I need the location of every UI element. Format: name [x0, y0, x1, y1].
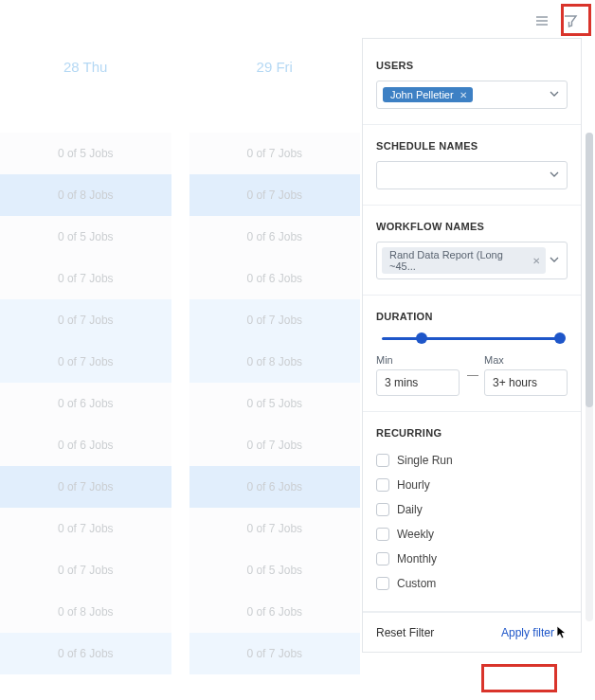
recurring-option[interactable]: Single Run [376, 448, 568, 473]
workflow-select[interactable]: Rand Data Report (Long ~45... ✕ [376, 242, 568, 279]
list-view-icon[interactable] [531, 9, 553, 32]
recurring-option-label: Daily [397, 503, 423, 516]
recurring-option-label: Single Run [397, 454, 453, 467]
recurring-option-label: Monthly [397, 552, 437, 565]
page-scrollbar-thumb[interactable] [586, 133, 593, 407]
slider-thumb-min[interactable] [416, 332, 427, 344]
filter-panel-body[interactable]: USERS John Pelletier ✕ SCHEDULE NAMES WO… [363, 39, 581, 612]
filter-panel: USERS John Pelletier ✕ SCHEDULE NAMES WO… [362, 38, 582, 653]
chevron-down-icon [550, 254, 559, 267]
users-select[interactable]: John Pelletier ✕ [376, 81, 568, 109]
checkbox[interactable] [376, 454, 389, 467]
duration-min-input[interactable]: 3 mins [376, 369, 460, 396]
workflow-chip-label: Rand Data Report (Long ~45... [389, 249, 527, 272]
user-chip[interactable]: John Pelletier ✕ [383, 87, 473, 102]
checkbox[interactable] [376, 503, 389, 516]
recurring-label: RECURRING [376, 427, 568, 439]
recurring-option[interactable]: Custom [376, 571, 568, 596]
reset-filter-button[interactable]: Reset Filter [376, 626, 434, 639]
duration-dash: — [467, 368, 477, 382]
cursor-icon [556, 625, 568, 640]
checkbox[interactable] [376, 577, 389, 590]
duration-max-input[interactable]: 3+ hours [484, 369, 568, 396]
page-scrollbar[interactable] [586, 133, 593, 621]
checkbox[interactable] [376, 552, 389, 565]
close-icon[interactable]: ✕ [460, 90, 467, 100]
filter-panel-footer: Reset Filter Apply filter [363, 612, 581, 652]
recurring-option-label: Weekly [397, 528, 434, 541]
checkbox[interactable] [376, 478, 389, 492]
duration-min-label: Min [376, 354, 460, 366]
chevron-down-icon [550, 169, 559, 182]
recurring-option[interactable]: Monthly [376, 547, 568, 571]
close-icon[interactable]: ✕ [532, 256, 540, 266]
workflow-label: WORKFLOW NAMES [376, 221, 568, 232]
duration-label: DURATION [376, 311, 568, 322]
slider-thumb-max[interactable] [554, 332, 566, 344]
filter-icon[interactable] [559, 9, 582, 32]
duration-max-label: Max [484, 354, 568, 366]
users-label: USERS [376, 60, 568, 71]
checkbox[interactable] [376, 528, 389, 541]
recurring-option[interactable]: Daily [376, 497, 568, 522]
apply-filter-button[interactable]: Apply filter [501, 625, 568, 640]
workflow-chip[interactable]: Rand Data Report (Long ~45... ✕ [382, 247, 546, 274]
chevron-down-icon [550, 88, 559, 101]
duration-slider[interactable] [378, 332, 566, 345]
user-chip-label: John Pelletier [390, 89, 454, 100]
recurring-option[interactable]: Weekly [376, 522, 568, 547]
recurring-option-label: Custom [397, 577, 436, 590]
schedule-label: SCHEDULE NAMES [376, 140, 568, 152]
recurring-option[interactable]: Hourly [376, 473, 568, 497]
toolbar [531, 9, 582, 32]
schedule-select[interactable] [376, 161, 568, 189]
apply-filter-label: Apply filter [501, 626, 554, 639]
recurring-option-label: Hourly [397, 478, 430, 492]
